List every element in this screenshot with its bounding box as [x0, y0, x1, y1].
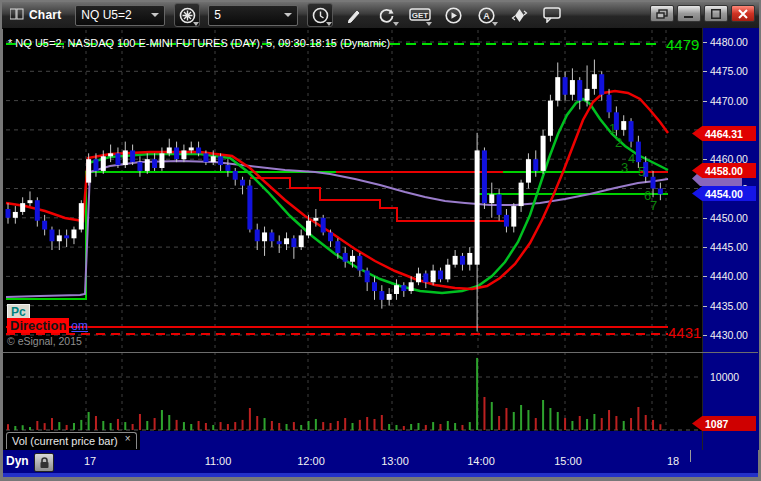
chart-pane-icon — [10, 6, 24, 24]
restore-icon[interactable] — [650, 5, 674, 22]
copyright-text: © eSignal, 2015 — [7, 335, 82, 347]
time-tick-label: 18 — [667, 455, 679, 467]
axis-tick-mark — [703, 306, 707, 307]
chart-window: Chart NQ U5=2 5 GET A — [0, 0, 761, 481]
tab-close-icon[interactable]: × — [125, 433, 131, 444]
ma-red — [6, 91, 668, 289]
chart-header: * NQ U5=2, NASDAQ 100 E-MINI FUTURES (DA… — [8, 37, 390, 49]
axis-tick-mark — [703, 101, 707, 102]
direction-link[interactable]: om — [71, 319, 88, 333]
chart-value-label: 1 — [609, 121, 616, 136]
note-icon[interactable] — [540, 4, 564, 26]
chevron-down-icon — [426, 22, 432, 26]
chart-value-label: 4479 — [666, 36, 699, 53]
play-icon[interactable] — [441, 4, 465, 26]
dynamic-mode-label[interactable]: Dyn — [6, 454, 29, 468]
axis-tick-mark — [703, 247, 707, 248]
chevron-down-icon — [284, 13, 292, 17]
window-bottom-strip — [3, 473, 758, 477]
time-tick-label: 11:00 — [205, 455, 232, 467]
refresh-icon[interactable] — [375, 4, 399, 26]
chart-value-label: 4 — [628, 151, 635, 166]
chevron-down-icon — [393, 22, 399, 26]
pane-divider[interactable] — [3, 352, 758, 353]
axis-corner-divider — [690, 450, 691, 462]
symbol-dropdown[interactable]: NQ U5=2 — [75, 5, 165, 26]
window-title: Chart — [29, 8, 61, 22]
maximize-icon[interactable] — [704, 5, 728, 22]
get-icon[interactable]: GET — [408, 4, 432, 26]
chevron-down-icon — [151, 13, 159, 17]
axis-tick-mark — [703, 276, 707, 277]
symbol-value: NQ U5=2 — [81, 8, 131, 22]
time-tick-label: 12:00 — [297, 455, 325, 467]
price-tag: 4458.00 — [692, 163, 756, 178]
price-tag: 4454.00 — [692, 186, 756, 201]
symbol-search-icon[interactable] — [174, 3, 200, 27]
chart-value-label: 2 — [615, 135, 622, 150]
time-tick-label: 14:00 — [467, 455, 495, 467]
lock-icon[interactable] — [34, 453, 54, 472]
tab-zone: Vol (current price bar) × — [3, 431, 140, 450]
svg-text:A: A — [483, 11, 490, 21]
chart-value-label: 7 — [650, 198, 657, 213]
axis-tick-mark — [703, 159, 707, 160]
time-axis-bar[interactable]: Dyn 1711:0012:0013:0014:0015:0018 — [3, 450, 758, 473]
axis-tick-mark — [703, 218, 707, 219]
pencil-icon[interactable] — [342, 4, 366, 26]
price-tick-label: 4450.00 — [710, 212, 748, 224]
interval-dropdown[interactable]: 5 — [208, 5, 298, 26]
price-tag: 4464.31 — [692, 126, 756, 141]
gridlines — [6, 30, 700, 430]
interval-value: 5 — [214, 8, 221, 22]
price-axis[interactable]: 4480.004475.004470.004465.004460.004455.… — [702, 28, 759, 450]
price-tick-label: 4475.00 — [710, 65, 748, 77]
volume-tick-label: 10000 — [710, 371, 739, 383]
price-tick-label: 4480.00 — [710, 36, 748, 48]
price-tick-label: 4440.00 — [710, 270, 748, 282]
chevron-down-icon — [326, 22, 332, 26]
time-tick-label: 13:00 — [381, 455, 409, 467]
chart-value-label: 3 — [621, 160, 628, 175]
time-tick-label: 15:00 — [554, 455, 582, 467]
tab-volume-study[interactable]: Vol (current price bar) × — [6, 432, 137, 449]
tab-row: Vol (current price bar) × — [3, 431, 702, 450]
time-tick-label: 17 — [84, 455, 96, 467]
direction-indicator-label[interactable]: Direction — [7, 318, 69, 333]
price-tick-label: 4445.00 — [710, 241, 748, 253]
chevron-down-icon — [492, 22, 498, 26]
axis-tick-mark — [703, 335, 707, 336]
tab-label: Vol (current price bar) — [12, 435, 118, 447]
price-tick-label: 4435.00 — [710, 300, 748, 312]
price-tag: 1087 — [692, 416, 756, 431]
brush-icon[interactable] — [507, 4, 531, 26]
price-chart-canvas[interactable]: 447944311243567 — [0, 28, 702, 431]
auto-circle-a-icon[interactable]: A — [474, 4, 498, 26]
minimize-icon[interactable] — [677, 5, 701, 22]
chevron-down-icon — [193, 22, 199, 26]
get-label: GET — [412, 11, 429, 20]
chart-value-label: 4431 — [668, 324, 701, 341]
clock-icon[interactable] — [307, 3, 333, 27]
volume-bars — [7, 358, 661, 430]
axis-tick-mark — [703, 42, 707, 43]
chart-value-label: 5 — [638, 164, 645, 179]
close-icon[interactable] — [731, 5, 755, 22]
window-title-bar[interactable]: Chart NQ U5=2 5 GET A — [2, 2, 759, 29]
price-tick-label: 4470.00 — [710, 95, 748, 107]
price-tick-label: 4430.00 — [710, 329, 748, 341]
axis-tick-mark — [703, 71, 707, 72]
